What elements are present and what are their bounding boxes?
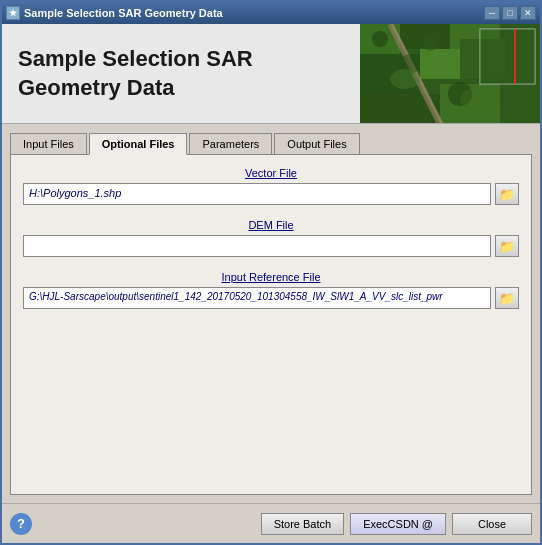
svg-rect-13 <box>480 29 535 84</box>
bottom-right: Store Batch ExecCSDN @ Close <box>261 513 532 535</box>
tab-parameters[interactable]: Parameters <box>189 133 272 155</box>
folder-icon: 📁 <box>499 187 515 202</box>
vector-file-browse-button[interactable]: 📁 <box>495 183 519 205</box>
exec-csdn-button[interactable]: ExecCSDN @ <box>350 513 446 535</box>
content-wrapper: Input Files Optional Files Parameters Ou… <box>2 124 540 543</box>
title-bar-controls: ─ □ ✕ <box>484 6 536 20</box>
dem-file-browse-button[interactable]: 📁 <box>495 235 519 257</box>
dem-file-input[interactable] <box>23 235 491 257</box>
main-content: Input Files Optional Files Parameters Ou… <box>2 124 540 503</box>
tab-optional-files[interactable]: Optional Files <box>89 133 188 155</box>
header-image <box>360 24 540 124</box>
close-window-button[interactable]: ✕ <box>520 6 536 20</box>
tab-output-files[interactable]: Output Files <box>274 133 359 155</box>
vector-file-row: H:\Polygons_1.shp 📁 <box>23 183 519 205</box>
main-window: ★ Sample Selection SAR Geometry Data ─ □… <box>0 0 542 545</box>
tab-input-files[interactable]: Input Files <box>10 133 87 155</box>
title-bar-left: ★ Sample Selection SAR Geometry Data <box>6 6 223 20</box>
bottom-left: ? <box>10 513 32 535</box>
dem-file-section: DEM File 📁 <box>23 219 519 257</box>
folder-icon-3: 📁 <box>499 291 515 306</box>
svg-point-18 <box>423 37 437 51</box>
help-button[interactable]: ? <box>10 513 32 535</box>
input-ref-file-input[interactable]: G:\HJL-Sarscape\output\sentinel1_142_201… <box>23 287 491 309</box>
svg-point-15 <box>372 31 388 47</box>
tab-panel-optional-files: Vector File H:\Polygons_1.shp 📁 DEM File <box>10 154 532 495</box>
vector-file-input[interactable]: H:\Polygons_1.shp <box>23 183 491 205</box>
app-icon: ★ <box>6 6 20 20</box>
close-button[interactable]: Close <box>452 513 532 535</box>
minimize-button[interactable]: ─ <box>484 6 500 20</box>
input-ref-file-label: Input Reference File <box>23 271 519 283</box>
input-ref-file-row: G:\HJL-Sarscape\output\sentinel1_142_201… <box>23 287 519 309</box>
input-ref-file-browse-button[interactable]: 📁 <box>495 287 519 309</box>
vector-file-section: Vector File H:\Polygons_1.shp 📁 <box>23 167 519 205</box>
svg-point-20 <box>460 87 500 111</box>
svg-rect-6 <box>420 49 460 79</box>
dem-file-row: 📁 <box>23 235 519 257</box>
tab-bar: Input Files Optional Files Parameters Ou… <box>10 132 532 154</box>
svg-point-19 <box>390 69 420 89</box>
vector-file-label: Vector File <box>23 167 519 179</box>
dem-file-label: DEM File <box>23 219 519 231</box>
app-header-text: Sample Selection SAR Geometry Data <box>2 24 360 123</box>
bottom-bar: ? Store Batch ExecCSDN @ Close <box>2 503 540 543</box>
store-batch-button[interactable]: Store Batch <box>261 513 344 535</box>
maximize-button[interactable]: □ <box>502 6 518 20</box>
input-ref-file-section: Input Reference File G:\HJL-Sarscape\out… <box>23 271 519 309</box>
window-title: Sample Selection SAR Geometry Data <box>24 7 223 19</box>
app-header: Sample Selection SAR Geometry Data <box>2 24 540 124</box>
app-title: Sample Selection SAR Geometry Data <box>18 45 253 102</box>
title-bar: ★ Sample Selection SAR Geometry Data ─ □… <box>2 2 540 24</box>
folder-icon-2: 📁 <box>499 239 515 254</box>
